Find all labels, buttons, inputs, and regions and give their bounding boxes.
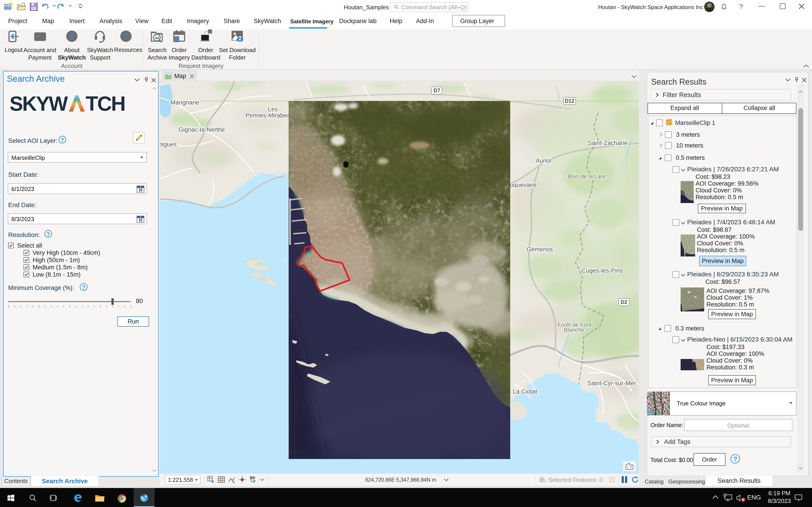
svg-text:15: 15 <box>139 188 143 192</box>
svg-text:TCH: TCH <box>86 94 125 113</box>
svg-text:Les: Les <box>268 106 278 113</box>
svg-text:Blanche: Blanche <box>564 327 584 333</box>
svg-text:SKYW: SKYW <box>9 94 68 113</box>
svg-text:Cuges-les-Pins: Cuges-les-Pins <box>581 267 623 274</box>
svg-text:D7: D7 <box>434 88 440 94</box>
svg-text:Auriol: Auriol <box>536 157 551 164</box>
svg-text:15: 15 <box>139 218 143 222</box>
svg-text:Marignane: Marignane <box>170 99 199 106</box>
svg-text:oquevaire: oquevaire <box>510 181 537 188</box>
svg-text:D12: D12 <box>565 98 574 104</box>
svg-text:tigues: tigues <box>160 141 177 148</box>
svg-text:D2: D2 <box>620 299 627 305</box>
svg-text:Gignac-la-Nerthe: Gignac-la-Nerthe <box>178 126 225 133</box>
svg-text:Gémenos: Gémenos <box>526 246 553 253</box>
svg-text:Saint-Zacharie: Saint-Zacharie <box>588 139 627 147</box>
svg-text:?: ? <box>124 32 129 41</box>
svg-text:Saint-Cyr-sur-Mer: Saint-Cyr-sur-Mer <box>588 380 636 387</box>
svg-text:Bois de la Lare: Bois de la Lare <box>568 173 606 179</box>
svg-text:La Ciotat: La Ciotat <box>513 388 538 395</box>
svg-text:Pennes-Mirabeau: Pennes-Mirabeau <box>245 112 294 119</box>
